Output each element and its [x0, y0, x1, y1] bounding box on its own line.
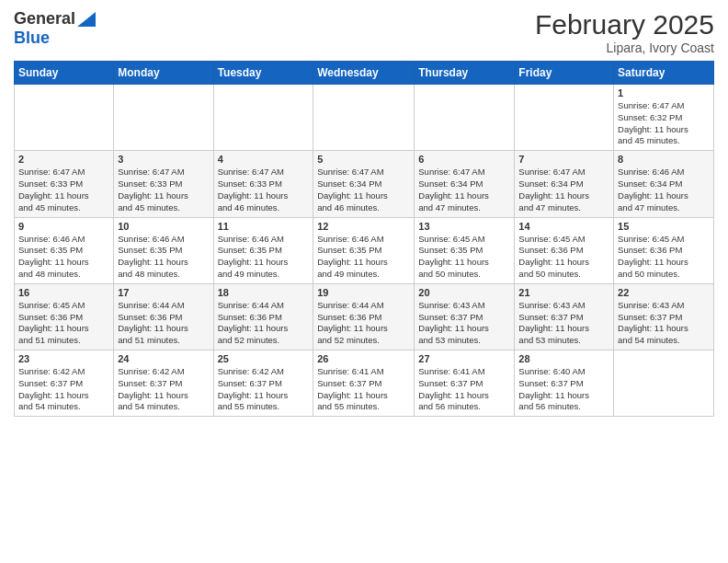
week-row-2: 2Sunrise: 6:47 AM Sunset: 6:33 PM Daylig… [15, 151, 714, 217]
day-info: Sunrise: 6:41 AM Sunset: 6:37 PM Dayligh… [317, 366, 410, 413]
day-number: 17 [118, 287, 209, 298]
week-row-5: 23Sunrise: 6:42 AM Sunset: 6:37 PM Dayli… [15, 350, 714, 417]
day-cell: 22Sunrise: 6:43 AM Sunset: 6:37 PM Dayli… [614, 283, 714, 350]
day-cell: 28Sunrise: 6:40 AM Sunset: 6:37 PM Dayli… [515, 350, 614, 417]
weekday-header-friday: Friday [515, 62, 614, 85]
day-number: 22 [618, 287, 710, 298]
day-cell: 18Sunrise: 6:44 AM Sunset: 6:36 PM Dayli… [213, 283, 313, 350]
day-number: 4 [218, 154, 310, 165]
weekday-header-saturday: Saturday [614, 62, 714, 85]
week-row-3: 9Sunrise: 6:46 AM Sunset: 6:35 PM Daylig… [15, 217, 714, 283]
day-info: Sunrise: 6:42 AM Sunset: 6:37 PM Dayligh… [218, 366, 310, 413]
day-number: 28 [518, 353, 609, 364]
day-info: Sunrise: 6:47 AM Sunset: 6:34 PM Dayligh… [518, 167, 609, 213]
day-info: Sunrise: 6:46 AM Sunset: 6:35 PM Dayligh… [218, 234, 310, 281]
day-number: 13 [418, 221, 510, 232]
day-number: 14 [518, 221, 609, 232]
day-number: 15 [618, 221, 710, 232]
day-info: Sunrise: 6:42 AM Sunset: 6:37 PM Dayligh… [18, 366, 109, 413]
day-info: Sunrise: 6:47 AM Sunset: 6:34 PM Dayligh… [418, 167, 510, 213]
day-cell: 13Sunrise: 6:45 AM Sunset: 6:35 PM Dayli… [415, 217, 515, 283]
logo-icon [77, 12, 96, 27]
day-cell: 21Sunrise: 6:43 AM Sunset: 6:37 PM Dayli… [515, 283, 614, 350]
logo-general-text: General [14, 9, 75, 29]
title-block: February 2025 Lipara, Ivory Coast [535, 9, 714, 55]
day-cell [313, 85, 415, 151]
day-info: Sunrise: 6:42 AM Sunset: 6:37 PM Dayligh… [118, 366, 209, 413]
day-cell: 11Sunrise: 6:46 AM Sunset: 6:35 PM Dayli… [213, 217, 313, 283]
day-cell: 10Sunrise: 6:46 AM Sunset: 6:35 PM Dayli… [114, 217, 213, 283]
day-number: 18 [218, 287, 310, 298]
day-info: Sunrise: 6:43 AM Sunset: 6:37 PM Dayligh… [618, 300, 710, 347]
day-cell: 4Sunrise: 6:47 AM Sunset: 6:33 PM Daylig… [213, 151, 313, 217]
day-info: Sunrise: 6:46 AM Sunset: 6:35 PM Dayligh… [118, 234, 209, 281]
day-number: 21 [518, 287, 609, 298]
weekday-header-row: SundayMondayTuesdayWednesdayThursdayFrid… [15, 62, 714, 85]
day-number: 16 [18, 287, 109, 298]
day-cell: 24Sunrise: 6:42 AM Sunset: 6:37 PM Dayli… [114, 350, 213, 417]
weekday-header-tuesday: Tuesday [213, 62, 313, 85]
header: General Blue February 2025 Lipara, Ivory… [14, 9, 714, 55]
page: General Blue February 2025 Lipara, Ivory… [0, 0, 728, 431]
day-number: 19 [317, 287, 410, 298]
day-info: Sunrise: 6:46 AM Sunset: 6:35 PM Dayligh… [317, 234, 410, 281]
month-title: February 2025 [535, 9, 714, 40]
day-info: Sunrise: 6:46 AM Sunset: 6:34 PM Dayligh… [618, 167, 710, 213]
day-number: 2 [18, 154, 109, 165]
day-cell: 16Sunrise: 6:45 AM Sunset: 6:36 PM Dayli… [15, 283, 114, 350]
day-info: Sunrise: 6:45 AM Sunset: 6:36 PM Dayligh… [518, 234, 609, 281]
day-info: Sunrise: 6:43 AM Sunset: 6:37 PM Dayligh… [418, 300, 510, 347]
day-info: Sunrise: 6:47 AM Sunset: 6:33 PM Dayligh… [118, 167, 209, 213]
weekday-header-monday: Monday [114, 62, 213, 85]
logo: General Blue [14, 9, 96, 48]
day-number: 3 [118, 154, 209, 165]
day-cell: 23Sunrise: 6:42 AM Sunset: 6:37 PM Dayli… [15, 350, 114, 417]
day-info: Sunrise: 6:46 AM Sunset: 6:35 PM Dayligh… [18, 234, 109, 281]
location: Lipara, Ivory Coast [535, 40, 714, 55]
day-cell [213, 85, 313, 151]
day-number: 6 [418, 154, 510, 165]
day-cell: 5Sunrise: 6:47 AM Sunset: 6:34 PM Daylig… [313, 151, 415, 217]
day-cell: 1Sunrise: 6:47 AM Sunset: 6:32 PM Daylig… [614, 85, 714, 151]
day-info: Sunrise: 6:47 AM Sunset: 6:34 PM Dayligh… [317, 167, 410, 213]
day-cell: 19Sunrise: 6:44 AM Sunset: 6:36 PM Dayli… [313, 283, 415, 350]
day-number: 23 [18, 353, 109, 364]
day-info: Sunrise: 6:41 AM Sunset: 6:37 PM Dayligh… [418, 366, 510, 413]
day-number: 9 [18, 221, 109, 232]
day-number: 11 [218, 221, 310, 232]
day-cell: 15Sunrise: 6:45 AM Sunset: 6:36 PM Dayli… [614, 217, 714, 283]
day-info: Sunrise: 6:47 AM Sunset: 6:33 PM Dayligh… [18, 167, 109, 213]
day-cell: 2Sunrise: 6:47 AM Sunset: 6:33 PM Daylig… [15, 151, 114, 217]
week-row-4: 16Sunrise: 6:45 AM Sunset: 6:36 PM Dayli… [15, 283, 714, 350]
day-cell: 12Sunrise: 6:46 AM Sunset: 6:35 PM Dayli… [313, 217, 415, 283]
day-number: 10 [118, 221, 209, 232]
day-cell: 9Sunrise: 6:46 AM Sunset: 6:35 PM Daylig… [15, 217, 114, 283]
day-number: 25 [218, 353, 310, 364]
day-info: Sunrise: 6:44 AM Sunset: 6:36 PM Dayligh… [118, 300, 209, 347]
day-number: 27 [418, 353, 510, 364]
day-cell: 17Sunrise: 6:44 AM Sunset: 6:36 PM Dayli… [114, 283, 213, 350]
day-info: Sunrise: 6:40 AM Sunset: 6:37 PM Dayligh… [518, 366, 609, 413]
logo-blue-text: Blue [14, 29, 50, 47]
day-cell: 14Sunrise: 6:45 AM Sunset: 6:36 PM Dayli… [515, 217, 614, 283]
calendar: SundayMondayTuesdayWednesdayThursdayFrid… [14, 61, 714, 417]
day-info: Sunrise: 6:47 AM Sunset: 6:32 PM Dayligh… [618, 100, 710, 147]
day-number: 26 [317, 353, 410, 364]
day-number: 24 [118, 353, 209, 364]
day-info: Sunrise: 6:44 AM Sunset: 6:36 PM Dayligh… [218, 300, 310, 347]
svg-marker-0 [77, 12, 96, 27]
day-info: Sunrise: 6:43 AM Sunset: 6:37 PM Dayligh… [518, 300, 609, 347]
day-info: Sunrise: 6:45 AM Sunset: 6:35 PM Dayligh… [418, 234, 510, 281]
day-number: 5 [317, 154, 410, 165]
weekday-header-thursday: Thursday [415, 62, 515, 85]
day-cell: 7Sunrise: 6:47 AM Sunset: 6:34 PM Daylig… [515, 151, 614, 217]
day-info: Sunrise: 6:45 AM Sunset: 6:36 PM Dayligh… [18, 300, 109, 347]
day-cell: 27Sunrise: 6:41 AM Sunset: 6:37 PM Dayli… [415, 350, 515, 417]
day-cell: 3Sunrise: 6:47 AM Sunset: 6:33 PM Daylig… [114, 151, 213, 217]
day-cell: 6Sunrise: 6:47 AM Sunset: 6:34 PM Daylig… [415, 151, 515, 217]
day-info: Sunrise: 6:47 AM Sunset: 6:33 PM Dayligh… [218, 167, 310, 213]
day-cell: 20Sunrise: 6:43 AM Sunset: 6:37 PM Dayli… [415, 283, 515, 350]
day-cell: 26Sunrise: 6:41 AM Sunset: 6:37 PM Dayli… [313, 350, 415, 417]
day-cell [515, 85, 614, 151]
day-cell [415, 85, 515, 151]
